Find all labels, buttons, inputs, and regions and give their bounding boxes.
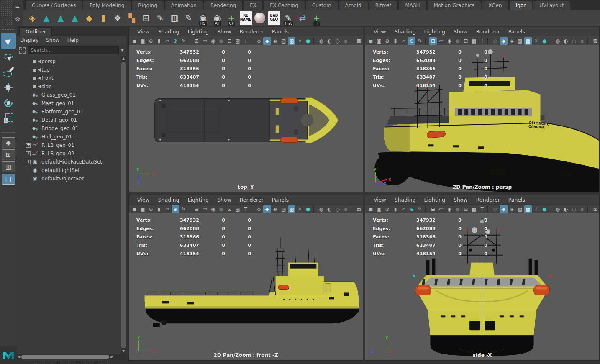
viewport-menu-item[interactable]: Renderer xyxy=(472,197,504,203)
viewport-toolbar-icon[interactable] xyxy=(189,38,192,44)
scroll-right-icon[interactable]: ▶ xyxy=(110,354,113,359)
shelf-tool-icon[interactable]: ✎ Hist xyxy=(281,10,295,26)
outliner-item[interactable]: R_LB_geo_01 xyxy=(19,141,120,149)
viewport-toolbar-icon[interactable]: ◍ xyxy=(317,37,325,45)
tool-button[interactable] xyxy=(1,80,16,95)
viewport-toolbar-icon[interactable]: ◐ xyxy=(562,205,570,213)
viewport-toolbar-icon[interactable]: ● xyxy=(454,37,462,45)
outliner-item[interactable]: Mast_geo_01 xyxy=(19,99,120,108)
shelf-tool-icon[interactable]: BAD GEO xyxy=(267,10,281,26)
shelf-tab[interactable]: FX Caching xyxy=(263,1,305,10)
viewport-toolbar-icon[interactable]: ▭ xyxy=(437,37,445,45)
outliner-item[interactable]: Platform_geo_01 xyxy=(19,108,120,116)
viewport-toolbar-icon[interactable] xyxy=(587,38,590,44)
shelf-tool-icon[interactable]: ⊞ xyxy=(139,10,153,26)
outliner-tab[interactable]: Outliner xyxy=(19,27,52,36)
shelf-tool-icon[interactable]: ❖ xyxy=(110,10,125,26)
viewport-toolbar-icon[interactable]: ▨ xyxy=(516,37,524,45)
viewport-menu-item[interactable]: Lighting xyxy=(183,28,213,35)
viewport-canvas-front[interactable]: Verts:34793200Edges:66208800Faces:318366… xyxy=(129,213,363,360)
viewport-toolbar-icon[interactable]: ☼ xyxy=(532,205,540,213)
shelf-tool-icon[interactable]: ▲ xyxy=(68,10,82,26)
layout-button[interactable]: ◆ xyxy=(2,137,15,148)
viewport-toolbar-icon[interactable]: ▪ xyxy=(578,205,586,213)
scroll-thumb[interactable] xyxy=(21,355,109,359)
shelf-tool-icon[interactable]: ▮ xyxy=(96,10,110,26)
shelf-tool-icon[interactable]: ✎ xyxy=(182,10,196,26)
scroll-left-icon[interactable]: ◀ xyxy=(18,354,20,359)
outliner-tree[interactable]: persp top front xyxy=(17,56,126,354)
viewport-toolbar-icon[interactable]: ◍ xyxy=(554,205,562,213)
viewport-toolbar-icon[interactable]: ▮ xyxy=(155,205,163,213)
viewport-toolbar-icon[interactable]: T xyxy=(478,205,486,213)
expand-icon[interactable] xyxy=(26,151,31,156)
viewport-toolbar-icon[interactable]: ◐ xyxy=(562,37,570,45)
viewport-toolbar-icon[interactable]: ● xyxy=(217,205,225,213)
viewport-toolbar-icon[interactable]: ▣ xyxy=(139,37,147,45)
viewport-menu-item[interactable]: View xyxy=(133,28,154,35)
viewport-toolbar-icon[interactable]: ◍ xyxy=(554,37,562,45)
viewport-toolbar-icon[interactable]: ◐ xyxy=(326,37,333,45)
viewport-toolbar-icon[interactable]: ☼ xyxy=(296,37,304,45)
viewport-toolbar-icon[interactable] xyxy=(189,206,192,213)
outliner-menu-item[interactable]: Display xyxy=(20,37,38,43)
shelf-tab[interactable]: MASH xyxy=(398,1,426,10)
viewport-toolbar-icon[interactable] xyxy=(313,206,316,213)
shelf-tab[interactable]: Animation xyxy=(164,1,203,10)
viewport-toolbar-icon[interactable]: ◇ xyxy=(255,37,263,45)
viewport-toolbar-icon[interactable]: ⊠ xyxy=(592,205,600,213)
viewport-toolbar-icon[interactable]: ◼ xyxy=(367,205,375,213)
viewport-toolbar-icon[interactable]: ◆ xyxy=(500,205,508,213)
viewport-toolbar-icon[interactable] xyxy=(351,38,354,44)
shelf-tab[interactable]: UVLayout xyxy=(533,1,570,10)
viewport-toolbar-icon[interactable]: ☼ xyxy=(532,37,540,45)
viewport-toolbar-icon[interactable]: ⊠ xyxy=(355,205,363,213)
viewport-toolbar-icon[interactable]: ⊠ xyxy=(592,37,600,45)
viewport-toolbar-icon[interactable]: ⊡ xyxy=(462,205,470,213)
viewport-toolbar-icon[interactable]: ▩ xyxy=(470,37,478,45)
viewport-canvas-persp[interactable]: OFFSHORE CARRIER Verts:34793200Edges:662… xyxy=(365,45,599,192)
viewport-toolbar-icon[interactable]: ⊞ xyxy=(429,37,437,45)
viewport-toolbar-icon[interactable]: ▨ xyxy=(279,205,287,213)
viewport-toolbar-icon[interactable]: ▩ xyxy=(524,205,532,213)
shelf-tool-icon[interactable]: ● xyxy=(253,10,267,26)
viewport-toolbar-icon[interactable]: ● xyxy=(304,205,312,213)
tool-button[interactable] xyxy=(1,49,16,64)
shelf-gear-icon[interactable]: ⚙ xyxy=(13,15,22,23)
viewport-menu-item[interactable]: Show xyxy=(449,197,472,203)
shelf-tab[interactable]: Rigging xyxy=(131,1,164,10)
outliner-item[interactable]: Bridge_geo_01 xyxy=(19,124,120,133)
shelf-tab[interactable]: Rendering xyxy=(204,1,243,10)
viewport-toolbar-icon[interactable] xyxy=(425,206,428,213)
shelf-tab[interactable]: Arnold xyxy=(338,1,368,10)
viewport-toolbar-icon[interactable]: ⊕ xyxy=(172,37,179,45)
viewport-toolbar-icon[interactable]: ⊛ xyxy=(383,205,391,213)
shelf-tool-icon[interactable]: + CP xyxy=(224,10,238,26)
search-input[interactable] xyxy=(28,46,119,54)
viewport-toolbar-icon[interactable]: ◇ xyxy=(492,37,500,45)
viewport-toolbar-icon[interactable]: ▮ xyxy=(155,37,163,45)
viewport-menu-item[interactable]: Lighting xyxy=(420,197,449,203)
viewport-menu-item[interactable]: Shading xyxy=(154,197,184,203)
shelf-tab[interactable]: Bifrost xyxy=(369,1,398,10)
toolbox-grip[interactable] xyxy=(1,27,15,31)
shelf-tool-icon[interactable]: ▥ xyxy=(167,10,182,26)
shelf-tool-icon[interactable]: ✎ xyxy=(153,10,167,26)
viewport-toolbar-icon[interactable]: ◉ xyxy=(446,205,454,213)
shelf-tool-icon[interactable]: RE NAME xyxy=(238,10,253,26)
viewport-toolbar-icon[interactable]: ▣ xyxy=(375,37,383,45)
shelf-tab[interactable]: FX xyxy=(243,1,263,10)
viewport-toolbar-icon[interactable]: ▭ xyxy=(201,37,209,45)
viewport-toolbar-icon[interactable] xyxy=(425,38,428,44)
shelf-tool-icon[interactable]: + FT xyxy=(310,10,324,26)
shelf-menu-icon[interactable]: ≡ xyxy=(13,2,22,10)
viewport-toolbar-icon[interactable] xyxy=(487,38,490,44)
viewport-toolbar-icon[interactable]: ▮ xyxy=(392,37,400,45)
viewport-toolbar-icon[interactable]: ⊞ xyxy=(193,37,201,45)
viewport-toolbar-icon[interactable]: ◈ xyxy=(508,205,516,213)
outliner-item[interactable]: top xyxy=(19,66,120,74)
viewport-menu-item[interactable]: Shading xyxy=(390,28,420,35)
viewport-toolbar-icon[interactable]: ◉ xyxy=(209,37,217,45)
viewport-toolbar-icon[interactable]: ▮ xyxy=(392,205,400,213)
viewport-canvas-side[interactable]: Verts:34793200Edges:66208800Faces:318366… xyxy=(365,213,599,360)
